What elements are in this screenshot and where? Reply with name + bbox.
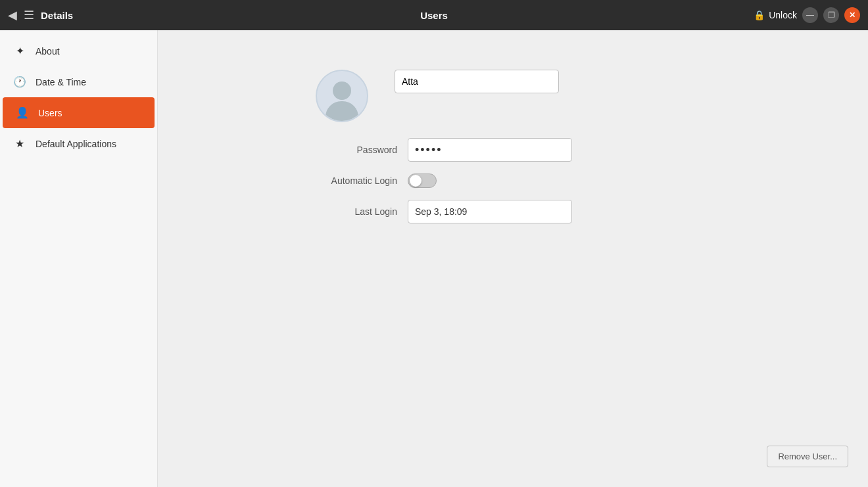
- auto-login-value: [408, 174, 710, 188]
- last-login-value: Sep 3, 18:09: [408, 200, 710, 223]
- user-form-area: Password Automatic Login L: [184, 70, 842, 235]
- last-login-field: Sep 3, 18:09: [408, 200, 572, 223]
- user-avatar-area: [316, 70, 710, 122]
- auto-login-row: Automatic Login: [316, 174, 710, 188]
- avatar-head: [333, 81, 351, 100]
- password-row: Password: [316, 138, 710, 162]
- sidebar: ✦ About 🕐 Date & Time 👤 Users ★ Default …: [0, 30, 158, 487]
- menu-icon: ☰: [24, 8, 34, 22]
- form-rows: Password Automatic Login L: [316, 138, 710, 235]
- avatar[interactable]: [316, 70, 368, 122]
- about-icon: ✦: [13, 45, 26, 57]
- user-icon: 👤: [16, 106, 29, 119]
- auto-login-toggle[interactable]: [408, 174, 437, 188]
- last-login-row: Last Login Sep 3, 18:09: [316, 200, 710, 223]
- close-button[interactable]: ✕: [844, 7, 860, 23]
- last-login-label: Last Login: [316, 206, 408, 217]
- name-input[interactable]: [395, 70, 559, 93]
- sidebar-item-default-applications[interactable]: ★ Default Applications: [0, 128, 157, 159]
- sidebar-item-label-about: About: [36, 46, 60, 57]
- sidebar-item-label-users: Users: [38, 108, 62, 118]
- titlebar: ◀ ☰ Details Users 🔒 Unlock — ❐ ✕: [0, 0, 868, 30]
- sidebar-item-users[interactable]: 👤 Users: [3, 97, 155, 128]
- name-field: [395, 70, 559, 93]
- star-icon: ★: [13, 137, 26, 150]
- app-body: ✦ About 🕐 Date & Time 👤 Users ★ Default …: [0, 30, 868, 487]
- avatar-container: [316, 70, 368, 122]
- clock-icon: 🕐: [13, 76, 26, 88]
- password-label: Password: [316, 145, 408, 155]
- avatar-body: [326, 101, 358, 121]
- back-icon: ◀: [8, 8, 17, 22]
- page-title: Users: [420, 10, 448, 21]
- back-button[interactable]: ◀: [8, 8, 17, 22]
- minimize-button[interactable]: —: [802, 7, 818, 23]
- unlock-label: Unlock: [769, 10, 797, 20]
- sidebar-item-label-date-time: Date & Time: [36, 77, 86, 87]
- main-content: Password Automatic Login L: [158, 30, 868, 487]
- avatar-person: [326, 81, 358, 121]
- remove-user-button[interactable]: Remove User...: [767, 446, 848, 467]
- details-title: Details: [41, 10, 73, 21]
- menu-button[interactable]: ☰: [24, 8, 34, 22]
- lock-icon: 🔒: [754, 10, 765, 20]
- unlock-button[interactable]: 🔒 Unlock: [754, 10, 797, 20]
- maximize-button[interactable]: ❐: [823, 7, 839, 23]
- toggle-knob: [410, 175, 422, 187]
- sidebar-item-about[interactable]: ✦ About: [0, 35, 157, 66]
- password-value: [408, 138, 710, 162]
- titlebar-controls: 🔒 Unlock — ❐ ✕: [754, 7, 860, 23]
- password-input[interactable]: [408, 138, 572, 162]
- auto-login-label: Automatic Login: [316, 175, 408, 186]
- sidebar-item-date-time[interactable]: 🕐 Date & Time: [0, 66, 157, 97]
- sidebar-item-label-default-apps: Default Applications: [36, 139, 116, 149]
